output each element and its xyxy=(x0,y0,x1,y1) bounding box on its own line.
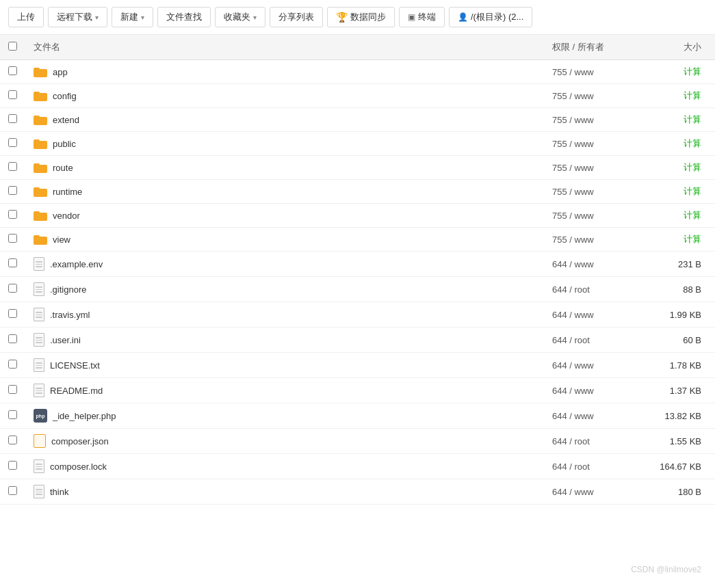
table-row: LICENSE.txt644 / www1.78 KB xyxy=(0,353,715,378)
table-row: extend755 / www计算 xyxy=(0,108,715,132)
file-name[interactable]: .user.ini xyxy=(50,335,81,345)
folder-icon xyxy=(34,210,47,221)
row-checkbox[interactable] xyxy=(8,309,17,318)
file-name[interactable]: .example.env xyxy=(50,259,103,269)
row-checkbox[interactable] xyxy=(8,90,17,99)
row-perms-cell: 755 / www xyxy=(544,60,647,84)
row-perms-cell: 755 / www xyxy=(544,132,647,156)
file-name[interactable]: think xyxy=(50,487,68,497)
bookmarks-button[interactable]: 收藏夹 ▾ xyxy=(215,7,265,27)
row-checkbox-cell xyxy=(0,84,25,108)
file-name[interactable]: extend xyxy=(53,115,79,125)
row-checkbox[interactable] xyxy=(8,385,17,394)
new-arrow-icon: ▾ xyxy=(141,14,144,21)
row-checkbox[interactable] xyxy=(8,138,17,147)
table-row: config755 / www计算 xyxy=(0,84,715,108)
row-checkbox[interactable] xyxy=(8,360,17,369)
file-icon xyxy=(34,384,44,397)
row-name-cell: .user.ini xyxy=(25,328,544,353)
file-name[interactable]: view xyxy=(53,235,70,245)
row-name-cell: php_ide_helper.php xyxy=(25,403,544,429)
row-checkbox[interactable] xyxy=(8,284,17,293)
file-name[interactable]: .gitignore xyxy=(50,284,86,295)
row-checkbox[interactable] xyxy=(8,258,17,267)
table-row: .user.ini644 / root60 B xyxy=(0,328,715,353)
row-perms-cell: 644 / www xyxy=(544,252,647,277)
file-name[interactable]: _ide_helper.php xyxy=(53,411,116,421)
file-search-button[interactable]: 文件查找 xyxy=(157,7,211,27)
folder-icon xyxy=(34,186,47,197)
terminal-button[interactable]: ▣ 终端 xyxy=(399,7,445,27)
file-name[interactable]: runtime xyxy=(53,187,82,197)
file-name[interactable]: config xyxy=(53,91,77,101)
row-name-cell: route xyxy=(25,156,544,180)
row-checkbox[interactable] xyxy=(8,486,17,495)
file-table: 文件名 权限 / 所有者 大小 app755 / www计算config755 … xyxy=(0,35,715,505)
row-size-cell: 计算 xyxy=(647,60,715,84)
table-row: composer.lock644 / root164.67 KB xyxy=(0,454,715,479)
row-name-cell: composer.json xyxy=(25,429,544,454)
row-checkbox[interactable] xyxy=(8,66,17,75)
row-checkbox[interactable] xyxy=(8,114,17,123)
row-checkbox[interactable] xyxy=(8,334,17,343)
file-name[interactable]: vendor xyxy=(53,211,80,221)
file-name[interactable]: .travis.yml xyxy=(50,310,90,320)
row-size-cell: 1.55 KB xyxy=(647,429,715,454)
table-row: app755 / www计算 xyxy=(0,60,715,84)
file-name[interactable]: composer.json xyxy=(51,436,109,446)
row-checkbox-cell xyxy=(0,252,25,277)
row-name-cell: app xyxy=(25,60,544,84)
file-name[interactable]: public xyxy=(53,139,76,149)
row-perms-cell: 644 / root xyxy=(544,277,647,302)
file-name[interactable]: app xyxy=(53,67,68,77)
row-size-cell: 13.82 KB xyxy=(647,403,715,429)
select-all-checkbox[interactable] xyxy=(8,42,17,51)
bookmarks-arrow-icon: ▾ xyxy=(253,14,257,21)
table-row: route755 / www计算 xyxy=(0,156,715,180)
row-checkbox-cell xyxy=(0,353,25,378)
terminal-icon: ▣ xyxy=(408,12,415,22)
row-checkbox[interactable] xyxy=(8,461,17,470)
row-name-cell: extend xyxy=(25,108,544,132)
remote-download-arrow-icon: ▾ xyxy=(95,14,99,21)
row-checkbox[interactable] xyxy=(8,410,17,419)
row-name-cell: README.md xyxy=(25,378,544,403)
row-checkbox[interactable] xyxy=(8,436,17,444)
file-name[interactable]: composer.lock xyxy=(50,462,107,472)
header-checkbox-cell xyxy=(0,35,25,60)
data-sync-button[interactable]: 🏆 数据同步 xyxy=(327,7,395,27)
col-size-header: 大小 xyxy=(647,35,715,60)
remote-download-button[interactable]: 远程下载 ▾ xyxy=(48,7,107,27)
path-button[interactable]: 👤 /(根目录) (2... xyxy=(449,7,532,27)
row-checkbox[interactable] xyxy=(8,234,17,243)
row-checkbox[interactable] xyxy=(8,186,17,195)
file-name[interactable]: README.md xyxy=(50,386,103,396)
file-icon xyxy=(34,459,44,473)
row-size-cell: 1.78 KB xyxy=(647,353,715,378)
row-size-cell: 164.67 KB xyxy=(647,454,715,479)
row-checkbox[interactable] xyxy=(8,210,17,219)
row-checkbox-cell xyxy=(0,403,25,429)
row-checkbox-cell xyxy=(0,228,25,252)
table-row: view755 / www计算 xyxy=(0,228,715,252)
new-button[interactable]: 新建 ▾ xyxy=(112,7,153,27)
datasync-icon: 🏆 xyxy=(336,12,348,23)
row-size-cell: 计算 xyxy=(647,204,715,228)
share-list-button[interactable]: 分享列表 xyxy=(270,7,323,27)
file-icon xyxy=(34,257,44,271)
row-checkbox[interactable] xyxy=(8,162,17,171)
file-name[interactable]: LICENSE.txt xyxy=(50,360,100,371)
folder-icon xyxy=(34,162,47,173)
toolbar: 上传 远程下载 ▾ 新建 ▾ 文件查找 收藏夹 ▾ 分享列表 🏆 数据同步 ▣ … xyxy=(0,0,715,35)
table-row: .gitignore644 / root88 B xyxy=(0,277,715,302)
upload-button[interactable]: 上传 xyxy=(8,7,44,27)
file-name[interactable]: route xyxy=(53,163,73,173)
row-perms-cell: 644 / root xyxy=(544,328,647,353)
row-checkbox-cell xyxy=(0,328,25,353)
file-icon xyxy=(34,333,44,347)
row-perms-cell: 755 / www xyxy=(544,180,647,204)
row-size-cell: 计算 xyxy=(647,84,715,108)
row-size-cell: 1.37 KB xyxy=(647,378,715,403)
php-icon: php xyxy=(34,409,47,423)
path-icon: 👤 xyxy=(458,12,468,22)
